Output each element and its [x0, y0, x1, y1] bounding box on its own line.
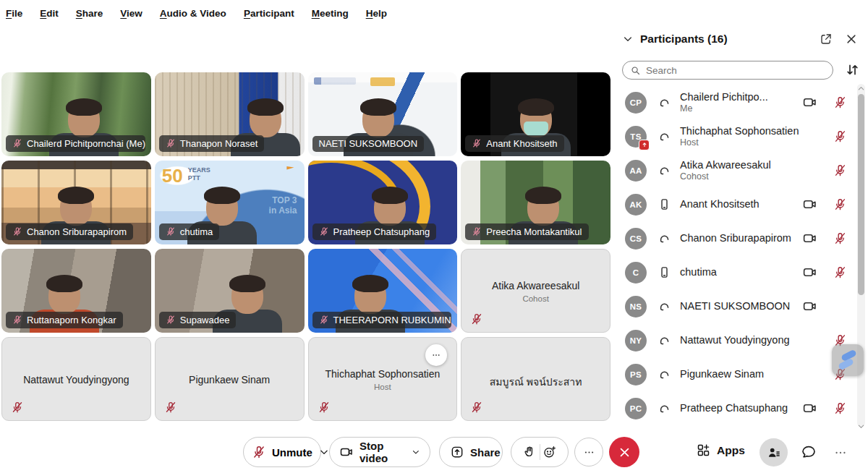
participants-toggle-button[interactable] — [760, 438, 788, 466]
mic-muted-icon — [11, 401, 24, 414]
menu-item-edit[interactable]: Edit — [40, 8, 59, 19]
chevron-down-icon[interactable] — [412, 447, 420, 457]
mic-muted-icon[interactable] — [833, 129, 847, 143]
participant-row[interactable]: PSPigunkaew Sinam — [616, 357, 855, 391]
close-icon[interactable] — [845, 33, 858, 46]
avatar: AA — [625, 160, 647, 182]
headset-icon — [658, 367, 671, 381]
mic-muted-icon — [12, 138, 22, 148]
participant-name: Ruttanaporn Kongkar — [27, 315, 116, 325]
participant-row[interactable]: PCPratheep Chatsuphang — [616, 391, 855, 425]
menu-item-audio-video[interactable]: Audio & Video — [160, 8, 226, 19]
apps-button[interactable]: Apps — [696, 443, 745, 458]
tile-options-button[interactable] — [425, 344, 447, 366]
video-tile[interactable]: 50YEARS PTTTOP 3 in Asiachutima — [155, 161, 305, 244]
ellipsis-icon — [583, 446, 595, 459]
participant-row[interactable]: TSThichaphat SophonsatienHost — [616, 119, 855, 153]
participant-name: NAETI SUKSOMBOON — [319, 139, 418, 148]
video-tile[interactable]: Thichaphat SophonsatienHost — [308, 337, 458, 421]
reactions-button[interactable] — [540, 437, 560, 467]
search-input[interactable] — [646, 65, 825, 76]
name-label: Chanon Sriburapapirom — [6, 223, 133, 240]
avatar: CP — [625, 92, 647, 114]
mic-muted-icon — [319, 226, 329, 236]
participant-row[interactable]: Cchutima — [616, 255, 855, 289]
sort-icon[interactable] — [845, 62, 860, 77]
menu-item-view[interactable]: View — [120, 8, 142, 19]
video-tile[interactable]: Nattawut Youdyingyong — [1, 337, 151, 421]
menu-item-meeting[interactable]: Meeting — [312, 8, 349, 19]
video-tile[interactable]: Ruttanaporn Kongkar — [1, 249, 151, 333]
mic-muted-icon — [472, 138, 482, 148]
name-label: Supawadee — [159, 312, 237, 328]
menu-item-share[interactable]: Share — [76, 8, 103, 19]
unmute-options-button[interactable] — [319, 438, 329, 466]
mic-muted-icon — [470, 312, 483, 325]
mic-muted-icon — [164, 401, 177, 414]
video-tile[interactable]: Pigunkaew Sinam — [155, 337, 305, 421]
video-tile[interactable]: Preecha Montakantikul — [461, 161, 610, 244]
mic-muted-icon — [12, 315, 22, 325]
participant-row[interactable]: NSNAETI SUKSOMBOON — [616, 289, 855, 323]
video-tile[interactable]: THEERAPORN RUBKUMIN — [308, 249, 458, 333]
menu-item-file[interactable]: File — [6, 8, 22, 19]
screen-capture-widget[interactable] — [832, 344, 864, 376]
toolbar-more-icon[interactable] — [833, 446, 848, 460]
camera-icon — [802, 265, 817, 280]
chevron-down-icon[interactable] — [622, 33, 634, 45]
avatar: C — [625, 262, 647, 284]
raise-hand-button[interactable] — [519, 437, 540, 467]
video-tile[interactable]: Atika AkwareesakulCohost — [461, 249, 610, 333]
role-label: Me — [680, 103, 768, 114]
name-label: Preecha Montakantikul — [465, 223, 588, 240]
video-tile[interactable]: Thanapon Noraset — [155, 72, 305, 156]
mic-muted-icon[interactable] — [833, 265, 847, 279]
mic-muted-icon[interactable] — [833, 231, 847, 245]
video-tile[interactable]: Pratheep Chatsuphang — [308, 161, 458, 244]
participant-name: Pigunkaew Sinam — [680, 367, 764, 380]
participant-search[interactable] — [622, 61, 833, 80]
camera-icon — [339, 445, 354, 459]
participant-row[interactable]: CSChanon Sriburapapirom — [616, 221, 855, 255]
pop-out-icon[interactable] — [820, 33, 833, 46]
menu-item-participant[interactable]: Participant — [244, 8, 294, 19]
scroll-up-icon[interactable] — [857, 82, 865, 90]
participant-name: Thichaphat Sophonsatien — [315, 368, 451, 380]
video-tile[interactable]: สมบูรณ์ พจน์ประสาท — [461, 337, 610, 421]
participant-row[interactable]: AKAnant Khositseth — [616, 187, 855, 221]
video-tile[interactable]: Chailerd Pichitpornchai (Me) — [1, 72, 151, 156]
name-label: THEERAPORN RUBKUMIN — [312, 312, 452, 328]
participant-row[interactable]: AAAtika AkwareesakulCohost — [616, 153, 855, 187]
participant-row[interactable]: NYNattawut Youdyingyong — [616, 323, 855, 357]
share-button[interactable]: Share — [439, 437, 503, 467]
video-tile[interactable]: Chanon Sriburapapirom — [1, 161, 151, 244]
participant-name: Anant Khositseth — [680, 197, 760, 210]
mic-muted-icon[interactable] — [833, 401, 847, 415]
participant-name: THEERAPORN RUBKUMIN — [333, 315, 451, 325]
mic-muted-icon[interactable] — [833, 95, 847, 109]
scroll-down-icon[interactable] — [857, 420, 865, 428]
chat-button[interactable] — [800, 443, 817, 461]
menu-bar: FileEditShareViewAudio & VideoParticipan… — [6, 8, 387, 19]
slide-logo — [314, 77, 356, 85]
leave-meeting-button[interactable] — [609, 437, 639, 467]
scrollbar-thumb[interactable] — [858, 94, 864, 295]
slide-logo — [370, 77, 395, 86]
background-text: TOP 3 in Asia — [269, 195, 297, 216]
menu-item-help[interactable]: Help — [366, 8, 387, 19]
more-options-button[interactable] — [574, 438, 603, 466]
unmute-button[interactable]: Unmute — [243, 437, 319, 467]
search-icon — [630, 65, 641, 76]
participant-name: Anant Khositseth — [486, 139, 557, 148]
mic-muted-icon[interactable] — [833, 197, 847, 211]
video-tile[interactable]: Anant Khositseth — [461, 72, 610, 156]
role-label: Host — [315, 383, 451, 391]
mic-muted-icon — [252, 445, 266, 459]
participant-name: Atika Akwareesakul — [680, 158, 771, 171]
mic-muted-icon[interactable] — [833, 163, 847, 177]
participant-row[interactable]: CPChailerd Pichitpo...Me — [616, 85, 855, 119]
stop-video-button[interactable]: Stop video — [329, 437, 430, 467]
video-tile[interactable]: Supawadee — [155, 249, 305, 333]
video-tile[interactable]: NAETI SUKSOMBOON — [308, 72, 458, 156]
apps-label: Apps — [717, 444, 745, 457]
